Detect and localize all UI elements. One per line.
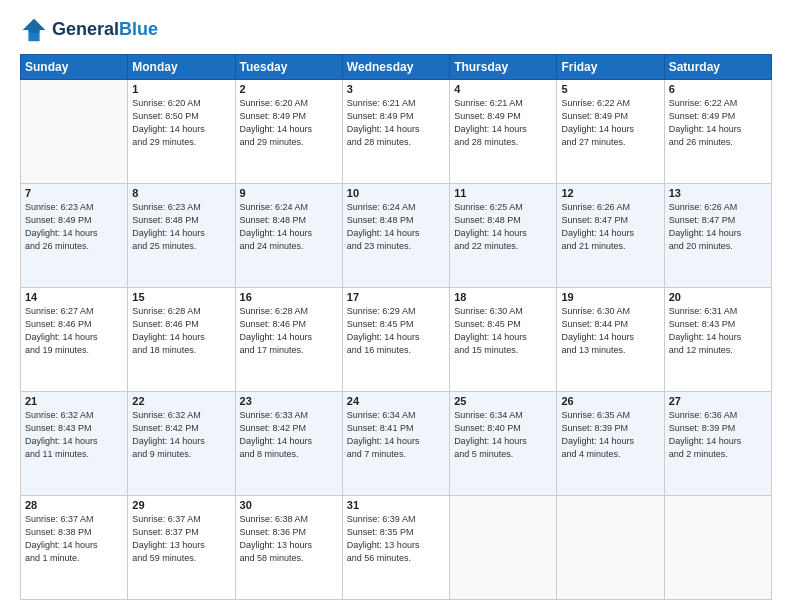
col-tuesday: Tuesday — [235, 55, 342, 80]
calendar-cell: 22Sunrise: 6:32 AM Sunset: 8:42 PM Dayli… — [128, 392, 235, 496]
day-number: 12 — [561, 187, 659, 199]
day-info: Sunrise: 6:23 AM Sunset: 8:49 PM Dayligh… — [25, 201, 123, 253]
calendar-cell: 4Sunrise: 6:21 AM Sunset: 8:49 PM Daylig… — [450, 80, 557, 184]
day-number: 3 — [347, 83, 445, 95]
calendar-cell — [664, 496, 771, 600]
day-number: 7 — [25, 187, 123, 199]
calendar-cell: 11Sunrise: 6:25 AM Sunset: 8:48 PM Dayli… — [450, 184, 557, 288]
day-number: 19 — [561, 291, 659, 303]
day-info: Sunrise: 6:20 AM Sunset: 8:49 PM Dayligh… — [240, 97, 338, 149]
day-number: 21 — [25, 395, 123, 407]
day-number: 24 — [347, 395, 445, 407]
day-info: Sunrise: 6:25 AM Sunset: 8:48 PM Dayligh… — [454, 201, 552, 253]
day-info: Sunrise: 6:20 AM Sunset: 8:50 PM Dayligh… — [132, 97, 230, 149]
calendar-cell: 31Sunrise: 6:39 AM Sunset: 8:35 PM Dayli… — [342, 496, 449, 600]
day-number: 11 — [454, 187, 552, 199]
day-info: Sunrise: 6:21 AM Sunset: 8:49 PM Dayligh… — [347, 97, 445, 149]
day-info: Sunrise: 6:36 AM Sunset: 8:39 PM Dayligh… — [669, 409, 767, 461]
day-number: 31 — [347, 499, 445, 511]
calendar-cell: 29Sunrise: 6:37 AM Sunset: 8:37 PM Dayli… — [128, 496, 235, 600]
day-number: 5 — [561, 83, 659, 95]
calendar-cell: 21Sunrise: 6:32 AM Sunset: 8:43 PM Dayli… — [21, 392, 128, 496]
calendar-cell: 9Sunrise: 6:24 AM Sunset: 8:48 PM Daylig… — [235, 184, 342, 288]
week-row-2: 7Sunrise: 6:23 AM Sunset: 8:49 PM Daylig… — [21, 184, 772, 288]
calendar-cell: 23Sunrise: 6:33 AM Sunset: 8:42 PM Dayli… — [235, 392, 342, 496]
day-number: 30 — [240, 499, 338, 511]
day-number: 4 — [454, 83, 552, 95]
calendar-cell: 3Sunrise: 6:21 AM Sunset: 8:49 PM Daylig… — [342, 80, 449, 184]
calendar-cell: 8Sunrise: 6:23 AM Sunset: 8:48 PM Daylig… — [128, 184, 235, 288]
day-number: 17 — [347, 291, 445, 303]
week-row-5: 28Sunrise: 6:37 AM Sunset: 8:38 PM Dayli… — [21, 496, 772, 600]
day-number: 29 — [132, 499, 230, 511]
day-info: Sunrise: 6:35 AM Sunset: 8:39 PM Dayligh… — [561, 409, 659, 461]
day-number: 2 — [240, 83, 338, 95]
day-number: 18 — [454, 291, 552, 303]
header: GeneralBlue — [20, 16, 772, 44]
calendar-cell: 15Sunrise: 6:28 AM Sunset: 8:46 PM Dayli… — [128, 288, 235, 392]
calendar: Sunday Monday Tuesday Wednesday Thursday… — [20, 54, 772, 600]
day-number: 27 — [669, 395, 767, 407]
calendar-cell: 12Sunrise: 6:26 AM Sunset: 8:47 PM Dayli… — [557, 184, 664, 288]
day-info: Sunrise: 6:32 AM Sunset: 8:42 PM Dayligh… — [132, 409, 230, 461]
logo-icon — [20, 16, 48, 44]
day-info: Sunrise: 6:28 AM Sunset: 8:46 PM Dayligh… — [132, 305, 230, 357]
week-row-3: 14Sunrise: 6:27 AM Sunset: 8:46 PM Dayli… — [21, 288, 772, 392]
calendar-cell: 24Sunrise: 6:34 AM Sunset: 8:41 PM Dayli… — [342, 392, 449, 496]
day-info: Sunrise: 6:28 AM Sunset: 8:46 PM Dayligh… — [240, 305, 338, 357]
day-info: Sunrise: 6:30 AM Sunset: 8:44 PM Dayligh… — [561, 305, 659, 357]
weekday-header-row: Sunday Monday Tuesday Wednesday Thursday… — [21, 55, 772, 80]
day-info: Sunrise: 6:30 AM Sunset: 8:45 PM Dayligh… — [454, 305, 552, 357]
day-info: Sunrise: 6:23 AM Sunset: 8:48 PM Dayligh… — [132, 201, 230, 253]
day-number: 28 — [25, 499, 123, 511]
calendar-cell: 19Sunrise: 6:30 AM Sunset: 8:44 PM Dayli… — [557, 288, 664, 392]
day-number: 8 — [132, 187, 230, 199]
calendar-cell — [21, 80, 128, 184]
day-info: Sunrise: 6:39 AM Sunset: 8:35 PM Dayligh… — [347, 513, 445, 565]
day-info: Sunrise: 6:21 AM Sunset: 8:49 PM Dayligh… — [454, 97, 552, 149]
day-number: 14 — [25, 291, 123, 303]
day-info: Sunrise: 6:31 AM Sunset: 8:43 PM Dayligh… — [669, 305, 767, 357]
week-row-1: 1Sunrise: 6:20 AM Sunset: 8:50 PM Daylig… — [21, 80, 772, 184]
svg-marker-1 — [23, 19, 45, 33]
calendar-cell: 1Sunrise: 6:20 AM Sunset: 8:50 PM Daylig… — [128, 80, 235, 184]
day-info: Sunrise: 6:34 AM Sunset: 8:41 PM Dayligh… — [347, 409, 445, 461]
calendar-cell — [557, 496, 664, 600]
calendar-cell: 6Sunrise: 6:22 AM Sunset: 8:49 PM Daylig… — [664, 80, 771, 184]
day-info: Sunrise: 6:26 AM Sunset: 8:47 PM Dayligh… — [561, 201, 659, 253]
logo-text: GeneralBlue — [52, 20, 158, 40]
day-info: Sunrise: 6:37 AM Sunset: 8:37 PM Dayligh… — [132, 513, 230, 565]
calendar-cell — [450, 496, 557, 600]
calendar-cell: 26Sunrise: 6:35 AM Sunset: 8:39 PM Dayli… — [557, 392, 664, 496]
calendar-cell: 13Sunrise: 6:26 AM Sunset: 8:47 PM Dayli… — [664, 184, 771, 288]
day-number: 16 — [240, 291, 338, 303]
logo: GeneralBlue — [20, 16, 158, 44]
calendar-cell: 7Sunrise: 6:23 AM Sunset: 8:49 PM Daylig… — [21, 184, 128, 288]
calendar-cell: 14Sunrise: 6:27 AM Sunset: 8:46 PM Dayli… — [21, 288, 128, 392]
calendar-cell: 30Sunrise: 6:38 AM Sunset: 8:36 PM Dayli… — [235, 496, 342, 600]
page: GeneralBlue Sunday Monday Tuesday Wednes… — [0, 0, 792, 612]
day-number: 23 — [240, 395, 338, 407]
col-thursday: Thursday — [450, 55, 557, 80]
calendar-cell: 18Sunrise: 6:30 AM Sunset: 8:45 PM Dayli… — [450, 288, 557, 392]
day-info: Sunrise: 6:32 AM Sunset: 8:43 PM Dayligh… — [25, 409, 123, 461]
calendar-cell: 5Sunrise: 6:22 AM Sunset: 8:49 PM Daylig… — [557, 80, 664, 184]
calendar-cell: 16Sunrise: 6:28 AM Sunset: 8:46 PM Dayli… — [235, 288, 342, 392]
day-number: 15 — [132, 291, 230, 303]
day-info: Sunrise: 6:22 AM Sunset: 8:49 PM Dayligh… — [669, 97, 767, 149]
col-saturday: Saturday — [664, 55, 771, 80]
day-info: Sunrise: 6:34 AM Sunset: 8:40 PM Dayligh… — [454, 409, 552, 461]
week-row-4: 21Sunrise: 6:32 AM Sunset: 8:43 PM Dayli… — [21, 392, 772, 496]
day-info: Sunrise: 6:24 AM Sunset: 8:48 PM Dayligh… — [347, 201, 445, 253]
day-info: Sunrise: 6:29 AM Sunset: 8:45 PM Dayligh… — [347, 305, 445, 357]
day-info: Sunrise: 6:33 AM Sunset: 8:42 PM Dayligh… — [240, 409, 338, 461]
col-monday: Monday — [128, 55, 235, 80]
day-info: Sunrise: 6:38 AM Sunset: 8:36 PM Dayligh… — [240, 513, 338, 565]
col-wednesday: Wednesday — [342, 55, 449, 80]
col-friday: Friday — [557, 55, 664, 80]
calendar-cell: 25Sunrise: 6:34 AM Sunset: 8:40 PM Dayli… — [450, 392, 557, 496]
col-sunday: Sunday — [21, 55, 128, 80]
calendar-cell: 2Sunrise: 6:20 AM Sunset: 8:49 PM Daylig… — [235, 80, 342, 184]
day-info: Sunrise: 6:22 AM Sunset: 8:49 PM Dayligh… — [561, 97, 659, 149]
day-info: Sunrise: 6:24 AM Sunset: 8:48 PM Dayligh… — [240, 201, 338, 253]
